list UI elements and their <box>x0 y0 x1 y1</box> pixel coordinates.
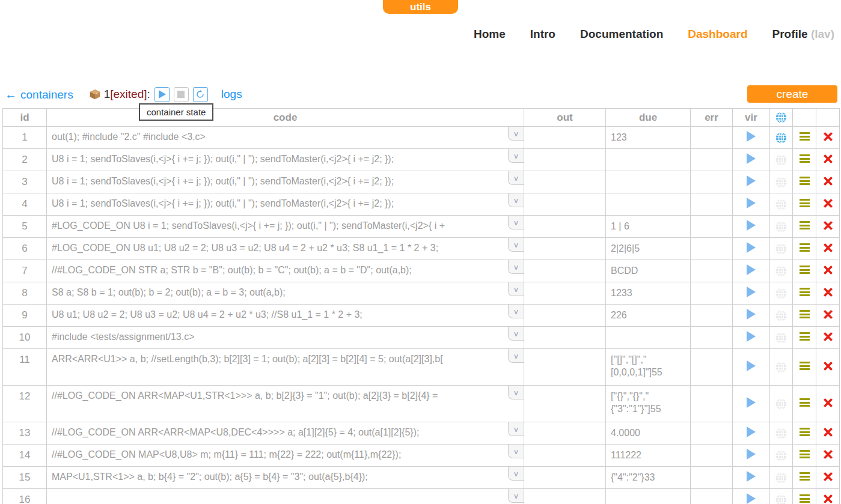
globe-icon[interactable] <box>775 472 787 484</box>
row-id: 8 <box>3 282 47 305</box>
expand-code-button[interactable]: v <box>508 327 524 341</box>
nav-intro[interactable]: Intro <box>530 28 555 41</box>
expand-code-button[interactable]: v <box>508 127 524 141</box>
run-icon[interactable] <box>747 264 756 275</box>
delete-icon[interactable] <box>823 154 833 164</box>
run-icon[interactable] <box>747 153 756 164</box>
globe-icon[interactable] <box>775 198 787 211</box>
delete-cell <box>816 149 840 171</box>
menu-icon[interactable] <box>800 471 810 482</box>
delete-icon[interactable] <box>823 309 833 320</box>
globe-icon[interactable] <box>775 243 787 255</box>
expand-code-button[interactable]: v <box>508 238 524 252</box>
delete-icon[interactable] <box>823 449 833 460</box>
expand-code-button[interactable]: v <box>508 305 524 318</box>
run-icon[interactable] <box>747 131 756 142</box>
utils-button[interactable]: utils <box>383 0 458 14</box>
back-to-containers-link[interactable]: ←containers <box>5 88 73 102</box>
run-icon[interactable] <box>747 449 756 460</box>
row-id: 6 <box>3 238 47 260</box>
menu-icon[interactable] <box>800 360 810 372</box>
globe-icon[interactable] <box>775 309 787 322</box>
menu-icon[interactable] <box>800 220 810 231</box>
logs-link[interactable]: logs <box>221 88 242 101</box>
globe-icon[interactable] <box>775 361 787 374</box>
delete-icon[interactable] <box>823 427 833 437</box>
menu-icon[interactable] <box>800 264 810 276</box>
globe-icon[interactable] <box>775 154 787 166</box>
menu-icon[interactable] <box>800 198 810 209</box>
run-icon[interactable] <box>747 242 756 253</box>
globe-icon[interactable] <box>775 287 787 300</box>
delete-icon[interactable] <box>823 332 833 342</box>
expand-code-button[interactable]: v <box>508 193 524 207</box>
nav-documentation[interactable]: Documentation <box>580 28 663 41</box>
globe-icon[interactable] <box>775 332 787 344</box>
expand-code-button[interactable]: v <box>508 216 524 229</box>
globe-icon[interactable] <box>775 176 787 189</box>
delete-icon[interactable] <box>823 132 833 142</box>
delete-icon[interactable] <box>823 398 833 408</box>
expand-code-button[interactable]: v <box>508 489 524 503</box>
menu-icon[interactable] <box>800 449 810 460</box>
delete-icon[interactable] <box>823 494 833 504</box>
restart-container-button[interactable] <box>193 87 208 102</box>
run-icon[interactable] <box>747 360 756 371</box>
delete-icon[interactable] <box>823 287 833 297</box>
err-cell <box>691 445 733 467</box>
stop-container-button[interactable] <box>174 87 189 102</box>
delete-icon[interactable] <box>823 198 833 208</box>
delete-icon[interactable] <box>823 176 833 186</box>
expand-code-button[interactable]: v <box>508 260 524 274</box>
menu-icon[interactable] <box>800 493 810 504</box>
expand-code-button[interactable]: v <box>508 171 524 185</box>
expand-code-button[interactable]: v <box>508 282 524 296</box>
expand-code-button[interactable]: v <box>508 149 524 163</box>
nav-profile[interactable]: Profile (lav) <box>772 28 834 41</box>
run-icon[interactable] <box>747 331 756 342</box>
code-cell: ARR<ARR<U1>> a, b; //setLength(b,3); b[2… <box>47 349 524 386</box>
delete-icon[interactable] <box>823 472 833 482</box>
nav-dashboard[interactable]: Dashboard <box>688 28 747 41</box>
globe-icon[interactable] <box>775 398 787 410</box>
delete-icon[interactable] <box>823 361 833 371</box>
expand-code-button[interactable]: v <box>508 349 524 363</box>
menu-icon[interactable] <box>800 287 810 298</box>
run-icon[interactable] <box>747 198 756 208</box>
start-container-button[interactable] <box>154 87 170 102</box>
table-row: 13 //#LOG_CODE_ON ARR<ARR<MAP<U8,DEC<4>>… <box>3 422 840 445</box>
menu-icon[interactable] <box>800 427 810 438</box>
run-icon[interactable] <box>747 471 756 482</box>
create-button[interactable]: create <box>747 85 837 103</box>
expand-code-button[interactable]: v <box>508 386 524 399</box>
menu-icon[interactable] <box>800 153 810 165</box>
menu-icon[interactable] <box>800 175 810 187</box>
due-cell <box>606 193 691 216</box>
delete-icon[interactable] <box>823 220 833 231</box>
globe-icon[interactable] <box>775 494 787 504</box>
globe-icon[interactable] <box>775 449 787 462</box>
globe-icon[interactable] <box>775 132 787 144</box>
globe-icon[interactable] <box>775 220 787 233</box>
run-icon[interactable] <box>747 175 756 186</box>
menu-icon[interactable] <box>800 331 810 342</box>
expand-code-button[interactable]: v <box>508 467 524 481</box>
run-icon[interactable] <box>747 220 756 231</box>
due-cell: 4.0000 <box>606 422 691 445</box>
run-icon[interactable] <box>747 287 756 297</box>
globe-icon[interactable] <box>775 265 787 278</box>
expand-code-button[interactable]: v <box>508 445 524 458</box>
menu-icon[interactable] <box>800 131 810 142</box>
globe-icon[interactable] <box>775 427 787 440</box>
menu-icon[interactable] <box>800 309 810 320</box>
run-icon[interactable] <box>747 309 756 320</box>
delete-icon[interactable] <box>823 243 833 253</box>
run-icon[interactable] <box>747 397 756 408</box>
menu-icon[interactable] <box>800 397 810 408</box>
menu-icon[interactable] <box>800 242 810 254</box>
expand-code-button[interactable]: v <box>508 422 524 436</box>
run-icon[interactable] <box>747 493 756 504</box>
nav-home[interactable]: Home <box>474 28 506 41</box>
run-icon[interactable] <box>747 427 756 437</box>
delete-icon[interactable] <box>823 265 833 275</box>
